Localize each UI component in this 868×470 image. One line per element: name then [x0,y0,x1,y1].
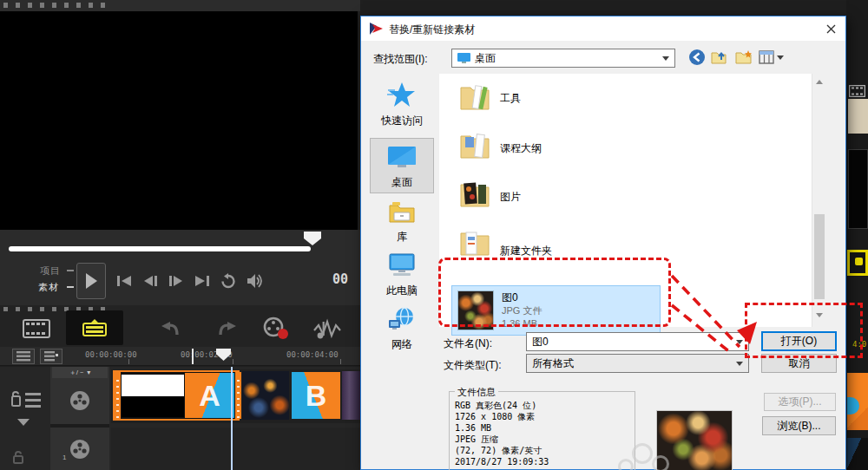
view-menu-button[interactable] [757,48,785,67]
transition-tile-1[interactable]: A [185,373,234,418]
options-button[interactable]: 选项(P)... [764,393,836,411]
back-button[interactable] [687,48,707,67]
track-add-remove-controls[interactable]: ＋/－ ▾ [52,367,108,378]
track-manager-button[interactable] [12,349,35,364]
filetype-combobox[interactable]: 所有格式 [526,354,749,373]
timeline-ruler[interactable]: 00:00:00:00 00:00:02:00 00:00:04:00 [0,347,360,366]
library-thumb-black[interactable] [848,149,868,229]
scroll-thumb[interactable] [814,214,825,299]
storyboard-view-button[interactable] [16,314,57,343]
clip-partial[interactable] [342,371,360,420]
add-track-icon [44,351,58,362]
scrubber-track[interactable] [9,246,311,251]
clip-trim-handle-left[interactable] [115,372,121,419]
sidebar-item-desktop[interactable]: 桌面 [370,138,434,193]
up-folder-icon [711,49,728,65]
play-button[interactable] [76,263,106,299]
clip-mode-label[interactable]: 素材 [38,281,59,294]
track-lock-icon[interactable] [12,450,26,464]
folder-label-newfolder[interactable]: 新建文件夹 [500,244,552,258]
filename-chevron-icon[interactable] [736,340,743,344]
overlay-track-icon[interactable] [69,438,91,460]
libraries-icon [387,200,417,225]
fileinfo-line-2: 1.36 MB [455,422,491,434]
repeat-button[interactable] [217,271,240,290]
record-capture-button[interactable] [259,314,293,343]
storyboard-view-icon [23,319,50,338]
next-frame-button[interactable] [165,271,187,290]
folder-label-tools[interactable]: 工具 [500,91,521,106]
filename-value: 图0 [532,335,549,349]
overlay-track-number: 1 [62,454,66,461]
clip-mode-dash [67,286,74,288]
clip-thumbnail-top [122,375,184,396]
clip-trim-handle-right[interactable] [235,372,241,419]
watermark-circle [618,459,634,470]
filetype-chevron-icon[interactable] [736,362,743,366]
this-pc-icon [386,252,418,278]
fileinfo-line-3: JPEG 压缩 [455,434,498,445]
clip-boundary-marker [192,349,194,364]
desktop-icon [457,53,470,63]
go-start-button[interactable] [113,271,135,290]
track-divider [50,424,109,428]
network-icon [387,306,417,332]
selected-clip[interactable]: A [113,370,240,421]
folder-item-pictures[interactable] [458,178,491,214]
screenshot-root: 项目 素材 00 [0,0,868,470]
filename-combobox[interactable]: 图0 [526,332,749,351]
add-track-button[interactable] [40,349,62,364]
prev-frame-icon [141,274,159,288]
scrubber-handle[interactable] [304,232,321,245]
sidebar-item-quick-access[interactable]: 快速访问 [366,81,437,128]
scrubber-panel [0,230,360,260]
clip-night-scene[interactable] [242,371,289,420]
ripple-edit-icon[interactable] [10,391,43,410]
up-folder-button[interactable] [710,48,729,67]
folder-item-outline[interactable] [458,129,491,166]
overlay-track[interactable] [111,428,360,470]
watermark-circle [632,443,653,464]
go-end-icon [194,274,211,288]
playhead-line[interactable] [231,367,233,470]
sidebar-item-network[interactable]: 网络 [366,306,437,352]
prev-frame-button[interactable] [139,271,161,290]
close-button[interactable] [816,16,845,41]
sidebar-item-this-pc[interactable]: 此电脑 [366,252,437,298]
sidebar-item-libraries[interactable]: 库 [366,200,437,245]
dialog-titlebar[interactable]: 替换/重新链接素材 [361,16,845,41]
sound-mixer-button[interactable] [309,314,345,343]
library-thumb-selected[interactable] [847,250,868,276]
video-track-icon[interactable] [69,389,91,412]
go-end-button[interactable] [191,271,214,290]
browse-button[interactable]: 浏览(B)... [762,416,836,435]
volume-button[interactable] [243,271,267,290]
chevron-down-icon[interactable] [17,419,30,426]
filename-label: 文件名(N): [444,336,492,351]
replace-relink-dialog: 替换/重新链接素材 查找范围(I): 桌面 [360,16,846,470]
ruler-tick [340,359,341,364]
list-scrollbar[interactable] [812,74,825,327]
new-folder-button[interactable] [734,48,753,67]
lookin-chevron-icon[interactable] [662,56,669,61]
app-logo-icon [369,22,384,36]
library-thumb-beige[interactable] [848,99,868,134]
library-panel-edge: 4:0 [846,0,868,470]
timeline-view-button[interactable] [66,310,123,345]
video-track: A B [111,369,360,423]
lookin-combobox[interactable]: 桌面 [451,49,675,68]
redo-button[interactable] [212,316,241,342]
library-media-icon [849,85,865,97]
undo-button[interactable] [156,316,186,342]
repeat-icon [220,273,237,289]
folder-item-tools[interactable] [458,81,491,117]
project-mode-label[interactable]: 项目 [40,264,61,277]
quick-access-icon [386,81,418,108]
timeline-clip-right-fragment[interactable] [847,373,868,430]
ruler-tick [128,359,129,364]
transition-tile-2[interactable]: B [292,372,340,419]
scroll-up-icon[interactable] [816,80,823,84]
folder-label-outline[interactable]: 课程大纲 [500,141,542,156]
folder-label-pictures[interactable]: 图片 [500,190,521,205]
panel-grip-strip [0,0,360,11]
